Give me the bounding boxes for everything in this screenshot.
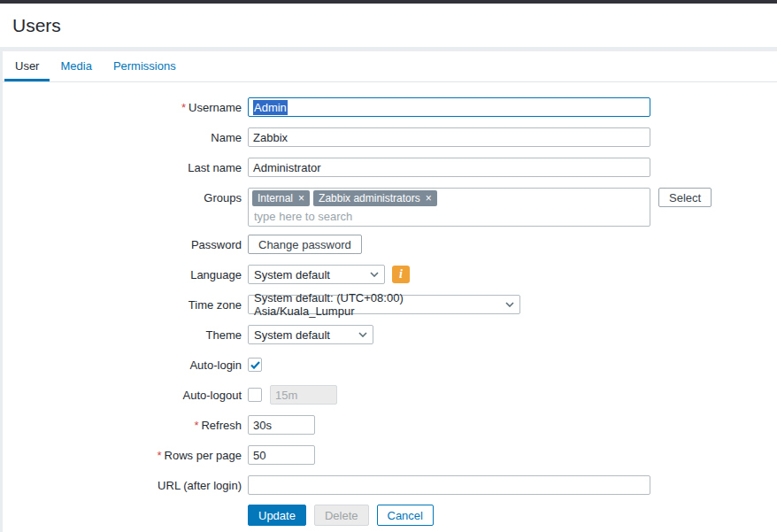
- auto-logout-checkbox[interactable]: [248, 388, 262, 402]
- group-chip[interactable]: Internal ×: [252, 190, 310, 206]
- page-title: Users: [12, 15, 763, 36]
- required-marker: *: [181, 101, 186, 114]
- groups-select-button[interactable]: Select: [658, 188, 712, 207]
- required-marker: *: [194, 419, 198, 432]
- chevron-down-icon: [505, 302, 514, 307]
- row-rows-per-page: *Rows per page: [3, 445, 777, 465]
- refresh-input[interactable]: [248, 415, 315, 435]
- chevron-down-icon: [370, 272, 379, 277]
- auto-logout-label: Auto-logout: [3, 385, 242, 402]
- language-label: Language: [3, 265, 242, 281]
- group-chip-label: Internal: [258, 191, 293, 205]
- url-label: URL (after login): [3, 475, 242, 492]
- update-button[interactable]: Update: [248, 505, 306, 526]
- auto-login-checkbox[interactable]: [248, 358, 262, 372]
- rows-per-page-input[interactable]: [248, 445, 315, 465]
- groups-search-input[interactable]: [254, 208, 431, 224]
- theme-value: System default: [254, 328, 330, 342]
- refresh-label: *Refresh: [3, 415, 242, 432]
- required-marker: *: [157, 449, 161, 462]
- row-name: Name: [3, 127, 777, 147]
- row-auto-logout: Auto-logout: [3, 385, 777, 405]
- username-input[interactable]: Admin: [248, 97, 650, 117]
- name-label: Name: [3, 127, 242, 144]
- language-value: System default: [254, 268, 330, 281]
- tab-bar: User Media Permissions: [3, 51, 777, 82]
- groups-label: Groups: [3, 188, 242, 204]
- row-url: URL (after login): [3, 475, 777, 495]
- last-name-label: Last name: [3, 158, 242, 174]
- row-last-name: Last name: [3, 158, 777, 177]
- row-buttons: Update Delete Cancel: [3, 505, 777, 526]
- change-password-button[interactable]: Change password: [248, 235, 362, 254]
- row-language: Language System default i: [3, 265, 777, 284]
- row-username: *Username Admin: [3, 97, 777, 117]
- page-header: Users: [0, 4, 777, 47]
- chevron-down-icon: [358, 332, 367, 337]
- tab-user[interactable]: User: [4, 51, 50, 81]
- row-theme: Theme System default: [3, 325, 777, 344]
- row-timezone: Time zone System default: (UTC+08:00) As…: [3, 295, 777, 314]
- row-groups: Groups Internal × Zabbix administrators …: [3, 188, 777, 227]
- group-chip[interactable]: Zabbix administrators ×: [313, 190, 437, 206]
- content-panel: User Media Permissions *Username Admin N…: [0, 51, 777, 532]
- row-refresh: *Refresh: [3, 415, 777, 435]
- remove-icon[interactable]: ×: [426, 191, 432, 205]
- theme-select[interactable]: System default: [248, 325, 373, 344]
- row-auto-login: Auto-login: [3, 355, 777, 372]
- cancel-button[interactable]: Cancel: [377, 505, 434, 526]
- info-icon[interactable]: i: [392, 266, 410, 283]
- row-password: Password Change password: [3, 235, 777, 254]
- tab-permissions[interactable]: Permissions: [103, 51, 187, 81]
- rows-per-page-label: *Rows per page: [3, 445, 242, 462]
- auto-logout-input: [270, 385, 337, 405]
- timezone-value: System default: (UTC+08:00) Asia/Kuala_L…: [254, 291, 498, 318]
- timezone-select[interactable]: System default: (UTC+08:00) Asia/Kuala_L…: [248, 295, 520, 314]
- username-label: *Username: [3, 97, 242, 114]
- group-chip-label: Zabbix administrators: [319, 191, 420, 205]
- timezone-label: Time zone: [3, 295, 242, 312]
- last-name-input[interactable]: [248, 158, 650, 177]
- password-label: Password: [3, 235, 242, 251]
- user-form: *Username Admin Name Last name Groups: [3, 82, 777, 526]
- auto-login-label: Auto-login: [3, 355, 242, 372]
- tab-media[interactable]: Media: [50, 51, 102, 81]
- groups-multiselect[interactable]: Internal × Zabbix administrators ×: [248, 188, 650, 227]
- name-input[interactable]: [248, 127, 650, 147]
- url-input[interactable]: [248, 475, 650, 495]
- remove-icon[interactable]: ×: [298, 191, 304, 205]
- theme-label: Theme: [3, 325, 242, 342]
- language-select[interactable]: System default: [248, 265, 385, 284]
- delete-button: Delete: [314, 505, 369, 526]
- checkmark-icon: [250, 361, 260, 369]
- username-value: Admin: [253, 100, 288, 115]
